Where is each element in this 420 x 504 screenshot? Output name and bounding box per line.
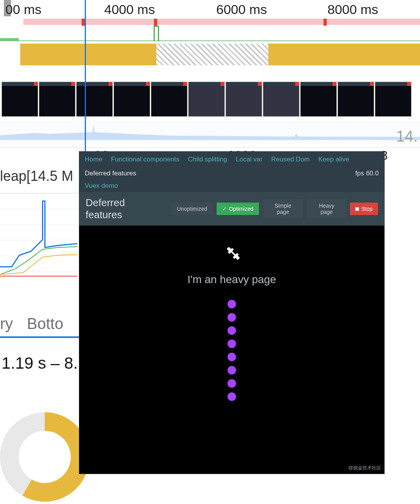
optimized-label: Optimized	[229, 206, 254, 212]
svg-rect-2	[231, 251, 235, 256]
frame-thumb[interactable]	[151, 82, 187, 117]
tick-label: 6000 ms	[216, 2, 267, 17]
stop-button[interactable]: Stop	[350, 203, 378, 215]
time-ruler[interactable]: 00 ms 4000 ms 6000 ms 8000 ms	[0, 0, 420, 19]
frame-thumb[interactable]	[39, 82, 75, 117]
frame-thumb[interactable]	[114, 82, 150, 117]
main-thread-activity	[268, 44, 420, 65]
page-title: Deferred features	[86, 197, 162, 221]
dot-icon	[228, 366, 236, 374]
dot-icon	[228, 326, 236, 335]
app-nav: Home Functional components Child splitti…	[79, 152, 384, 192]
stop-icon	[355, 207, 359, 211]
app-toolbar: Deferred features Unoptimized Optimized …	[79, 192, 384, 226]
chart-svg	[0, 193, 81, 286]
page-preview: Home Functional components Child splitti…	[79, 152, 384, 474]
frame-thumb[interactable]	[2, 82, 38, 117]
long-frame-marker	[324, 19, 327, 26]
unoptimized-button[interactable]: Unoptimized	[172, 203, 213, 215]
frame-thumb[interactable]	[375, 82, 411, 117]
dot-icon	[228, 313, 236, 322]
heap-section-label: leap[14.5 M	[0, 168, 73, 184]
dumbbell-icon	[217, 240, 247, 270]
frame-thumb[interactable]	[338, 82, 374, 117]
long-frame-marker	[82, 19, 85, 26]
nav-local-var[interactable]: Local var	[236, 156, 262, 163]
heavy-page-text: I'm an heavy page	[79, 273, 384, 286]
tick-label: 8000 ms	[327, 2, 378, 17]
donut-ring	[0, 412, 89, 502]
fps-counter: fps 60.0	[355, 170, 379, 177]
check-icon	[222, 206, 227, 212]
detail-tabs: ry Botto	[0, 315, 82, 338]
performance-timeline: 00 ms 4000 ms 6000 ms 8000 ms 14.	[0, 0, 420, 148]
dot-icon	[228, 353, 236, 361]
loading-dots	[79, 300, 384, 401]
dot-icon	[228, 340, 236, 348]
idle-region	[156, 44, 268, 65]
selection-range: 1.19 s – 8.	[2, 354, 78, 373]
playhead[interactable]	[85, 0, 86, 156]
summary-donut	[0, 412, 89, 502]
nav-keep-alive[interactable]: Keep alive	[318, 156, 349, 163]
memory-chart[interactable]	[0, 193, 82, 286]
cpu-spike	[154, 26, 159, 41]
dot-icon	[228, 392, 236, 401]
tab-bottom-up[interactable]: Botto	[27, 315, 63, 332]
heap-value: 14.	[396, 128, 418, 145]
app-content: I'm an heavy page	[79, 226, 384, 401]
simple-page-button[interactable]: Simple page	[263, 200, 303, 218]
frame-thumbnails[interactable]	[0, 82, 420, 117]
nav-deferred-features[interactable]: Deferred features	[85, 170, 136, 177]
tab-summary[interactable]: ry	[0, 315, 13, 332]
frame-thumb[interactable]	[76, 82, 113, 117]
frame-thumb[interactable]	[226, 82, 262, 117]
tick-label: 00 ms	[5, 2, 42, 17]
tick-label: 4000 ms	[104, 2, 155, 17]
cpu-line	[0, 40, 420, 41]
nav-home[interactable]: Home	[85, 156, 102, 163]
frame-thumb[interactable]	[263, 82, 299, 117]
dot-icon	[228, 300, 236, 308]
optimized-button[interactable]: Optimized	[217, 203, 259, 215]
nav-functional[interactable]: Functional components	[111, 156, 179, 163]
dot-icon	[228, 379, 236, 388]
heavy-page-button[interactable]: Heavy page	[307, 200, 346, 218]
stop-label: Stop	[361, 206, 373, 212]
frame-thumb[interactable]	[188, 82, 225, 117]
heap-lane	[0, 121, 420, 144]
nav-vuex-demo[interactable]: Vuex demo	[85, 182, 379, 190]
frame-thumb[interactable]	[300, 82, 337, 117]
watermark: @掘金技术社区	[348, 465, 381, 471]
nav-reused-dom[interactable]: Reused Dom	[271, 156, 310, 163]
long-frame-marker	[154, 19, 157, 26]
nav-child-splitting[interactable]: Child splitting	[188, 156, 227, 163]
